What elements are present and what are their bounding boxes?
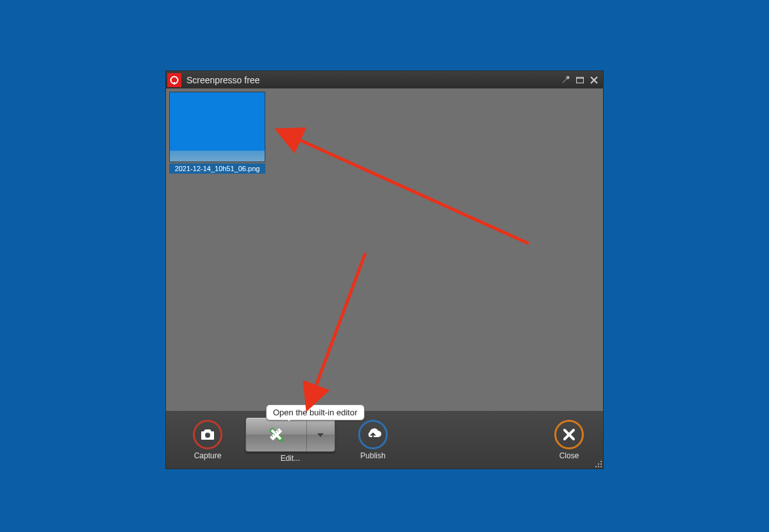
pencil-ruler-icon (246, 418, 306, 451)
camera-icon (193, 420, 222, 449)
app-logo-icon (167, 73, 181, 87)
close-icon[interactable] (590, 76, 598, 84)
workspace-area: 2021-12-14_10h51_06.png (166, 88, 603, 411)
edit-button[interactable] (245, 417, 335, 452)
bottom-toolbar: Capture (166, 411, 603, 469)
thumbnail-filename: 2021-12-14_10h51_06.png (169, 163, 265, 174)
close-button[interactable]: Close (554, 420, 584, 460)
screenshot-thumbnail[interactable]: 2021-12-14_10h51_06.png (169, 92, 265, 174)
edit-label: Edit... (281, 454, 301, 463)
edit-button-group: Edit... (245, 417, 335, 463)
capture-label: Capture (194, 451, 222, 460)
cloud-upload-icon (358, 420, 388, 449)
close-label: Close (559, 451, 579, 460)
window-controls (561, 76, 603, 85)
settings-icon[interactable] (561, 76, 570, 85)
x-icon (554, 420, 584, 449)
maximize-icon[interactable] (576, 77, 584, 83)
publish-label: Publish (360, 451, 385, 460)
publish-button[interactable]: Publish (358, 420, 388, 460)
svg-marker-14 (317, 433, 324, 437)
edit-dropdown-caret[interactable] (306, 418, 335, 451)
svg-point-5 (205, 433, 210, 438)
thumbnail-image (169, 92, 265, 162)
capture-button[interactable]: Capture (193, 420, 222, 460)
svg-rect-1 (174, 82, 175, 85)
window-title: Screenpresso free (186, 75, 561, 85)
resize-grip[interactable] (593, 458, 602, 467)
title-bar[interactable]: Screenpresso free (166, 71, 603, 88)
caret-down-icon (317, 430, 324, 439)
app-window: Screenpresso free 2021-12-14_10h51_06.pn… (166, 71, 603, 469)
